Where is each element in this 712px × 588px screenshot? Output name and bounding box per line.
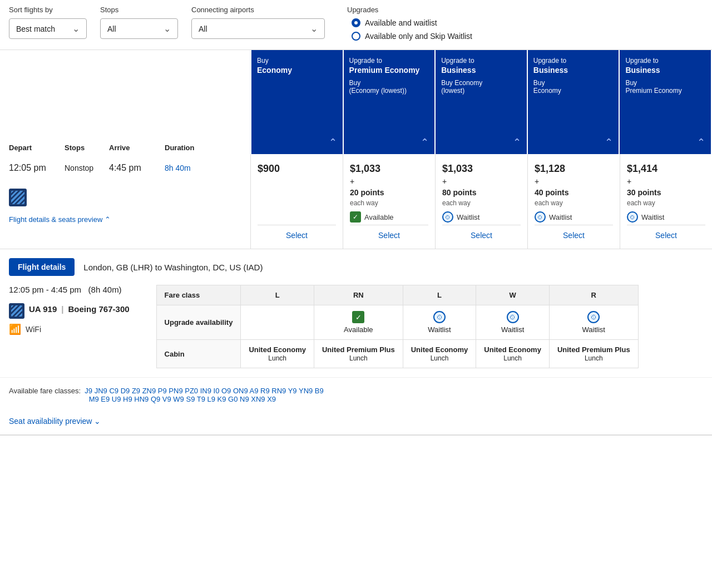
price-plus-1: + bbox=[350, 177, 428, 186]
price-cell-0: $900 Select bbox=[250, 154, 343, 249]
flight-details-tab-row: Flight details London, GB (LHR) to Washi… bbox=[0, 249, 712, 285]
col-header-4-top: Upgrade to bbox=[625, 57, 705, 65]
select-btn-1[interactable]: Select bbox=[350, 225, 428, 240]
cabin-col1: United Premium Plus Lunch bbox=[314, 340, 403, 368]
upgrade-option-1[interactable]: Available only and Skip Waitlist bbox=[352, 32, 472, 41]
fare-codes-row2: M9 E9 U9 H9 HN9 Q9 V9 W9 S9 T9 L9 K9 G0 … bbox=[89, 395, 276, 403]
sort-filter-group: Sort flights by Best match ⌄ bbox=[9, 6, 87, 39]
flight-left-info: 12:05 pm Nonstop 4:45 pm 8h 40m Flight d… bbox=[0, 154, 250, 249]
duration-header: Duration bbox=[165, 144, 220, 152]
airports-select[interactable]: All ⌄ bbox=[191, 18, 325, 39]
sort-chevron-icon: ⌄ bbox=[72, 23, 80, 34]
aircraft-type: Boeing 767-300 bbox=[68, 304, 130, 314]
filters-bar: Sort flights by Best match ⌄ Stops All ⌄… bbox=[0, 0, 712, 50]
col-header-4-dropdown[interactable]: ⌃ bbox=[625, 136, 705, 149]
stops-chevron-icon: ⌄ bbox=[164, 23, 171, 34]
flight-route: London, GB (LHR) to Washington, DC, US (… bbox=[83, 263, 263, 272]
price-points-3: 40 points bbox=[535, 188, 613, 197]
status-text-4: Waitlist bbox=[641, 213, 664, 221]
select-btn-2[interactable]: Select bbox=[442, 225, 521, 240]
col-header-1: Upgrade to Premium Economy Buy(Economy (… bbox=[344, 50, 436, 154]
price-amount-0: $900 bbox=[258, 163, 336, 175]
upgrade-avail-col0 bbox=[241, 305, 314, 340]
stops-value-display: Nonstop bbox=[65, 164, 109, 172]
stops-select[interactable]: All ⌄ bbox=[100, 18, 178, 39]
col-header-3-dropdown[interactable]: ⌃ bbox=[533, 136, 614, 149]
price-amount-1: $1,033 bbox=[350, 163, 428, 175]
chevron-down-icon: ⌄ bbox=[94, 417, 101, 426]
main-table-area: Depart Stops Arrive Duration Buy Economy… bbox=[0, 50, 712, 436]
radio-circle-0 bbox=[352, 18, 360, 27]
col-header-1-main: Premium Economy bbox=[349, 66, 429, 75]
available-fares-label: Available fare classes: bbox=[9, 387, 81, 395]
sort-select[interactable]: Best match ⌄ bbox=[9, 18, 87, 39]
stops-value: All bbox=[107, 24, 116, 33]
price-plus-4: + bbox=[627, 177, 705, 186]
duration-value: 8h 40m bbox=[165, 164, 220, 172]
arrive-header: Arrive bbox=[109, 144, 165, 152]
flight-row: 12:05 pm Nonstop 4:45 pm 8h 40m Flight d… bbox=[0, 154, 712, 249]
upgrade-avail-label: Upgrade availability bbox=[156, 305, 241, 340]
price-column-headers: Buy Economy ⌃ Upgrade to Premium Economy… bbox=[250, 50, 712, 154]
flight-number-row: UA 919 | Boeing 767-300 bbox=[9, 299, 130, 319]
airports-label: Connecting airports bbox=[191, 6, 325, 14]
upgrade-option-0[interactable]: Available and waitlist bbox=[352, 18, 472, 27]
col-header-3: Upgrade to Business BuyEconomy ⌃ bbox=[528, 50, 620, 154]
upgrade-avail-col2: ⏲ Waitlist bbox=[403, 305, 476, 340]
upgrades-label: Upgrades bbox=[347, 6, 472, 14]
upgrade-option-label-0: Available and waitlist bbox=[365, 18, 437, 27]
col-header-2-top: Upgrade to bbox=[441, 57, 521, 65]
upgrades-filter-group: Upgrades Available and waitlist Availabl… bbox=[347, 6, 472, 41]
airports-chevron-icon: ⌄ bbox=[310, 23, 318, 34]
radio-circle-1 bbox=[352, 32, 360, 41]
status-row-1: ✓ Available bbox=[350, 211, 428, 223]
col-header-3-main: Business bbox=[533, 66, 614, 75]
waitlist-badge-2: ⏲ bbox=[442, 211, 453, 223]
price-amount-2: $1,033 bbox=[442, 163, 521, 175]
col-header-0-dropdown[interactable]: ⌃ bbox=[257, 136, 337, 149]
col-header-2-sub: Buy Economy(lowest) bbox=[441, 79, 521, 95]
select-btn-3[interactable]: Select bbox=[535, 225, 613, 240]
table-header-area: Depart Stops Arrive Duration Buy Economy… bbox=[0, 50, 712, 154]
airports-filter-group: Connecting airports All ⌄ bbox=[191, 6, 325, 39]
airports-value: All bbox=[199, 24, 207, 33]
price-cell-3: $1,128 + 40 points each way ⏲ Waitlist S… bbox=[527, 154, 620, 249]
flight-details-link[interactable]: Flight details & seats preview ⌃ bbox=[9, 215, 241, 224]
sort-value: Best match bbox=[16, 24, 55, 33]
col-header-1-dropdown[interactable]: ⌃ bbox=[349, 136, 429, 149]
status-text-2: Waitlist bbox=[457, 213, 479, 221]
seat-preview-text: Seat availability preview bbox=[9, 417, 92, 426]
upgrade-avail-col4: ⏲ Waitlist bbox=[549, 305, 638, 340]
col-header-0-top: Buy bbox=[257, 57, 337, 65]
flight-data: 12:05 pm Nonstop 4:45 pm 8h 40m bbox=[9, 163, 241, 173]
price-cell-2: $1,033 + 80 points each way ⏲ Waitlist S… bbox=[435, 154, 527, 249]
status-row-3: ⏲ Waitlist bbox=[535, 211, 613, 223]
stops-label: Stops bbox=[100, 6, 178, 14]
flight-details-tab[interactable]: Flight details bbox=[9, 258, 75, 276]
bottom-divider bbox=[0, 434, 712, 436]
col-header-1-sub: Buy(Economy (lowest)) bbox=[349, 79, 429, 95]
col-header-2-dropdown[interactable]: ⌃ bbox=[441, 136, 521, 149]
seat-preview-link[interactable]: Seat availability preview ⌄ bbox=[0, 408, 712, 434]
flight-link-text: Flight details & seats preview bbox=[9, 215, 102, 224]
select-btn-4[interactable]: Select bbox=[627, 225, 705, 240]
airline-logo bbox=[9, 184, 241, 206]
cabin-col0: United Economy Lunch bbox=[241, 340, 314, 368]
select-btn-0[interactable]: Select bbox=[258, 225, 336, 240]
fare-header-row: Fare class L RN L W R bbox=[156, 285, 638, 305]
fare-table: Fare class L RN L W R Upgrade availabili… bbox=[156, 285, 639, 368]
price-each-way-4: each way bbox=[627, 199, 705, 207]
col-header-4-sub: BuyPremium Economy bbox=[625, 79, 705, 95]
col-header-2-main: Business bbox=[441, 66, 521, 75]
waitlist-badge-3: ⏲ bbox=[535, 211, 546, 223]
cabin-col2: United Economy Lunch bbox=[403, 340, 476, 368]
wait-badge-col2: ⏲ bbox=[433, 311, 446, 323]
col-header-3-sub: BuyEconomy bbox=[533, 79, 614, 95]
wait-badge-col3: ⏲ bbox=[507, 311, 519, 323]
wifi-label: WiFi bbox=[26, 325, 41, 334]
price-amount-3: $1,128 bbox=[535, 163, 613, 175]
waitlist-badge-4: ⏲ bbox=[627, 211, 638, 223]
flight-details-section: Flight details London, GB (LHR) to Washi… bbox=[0, 249, 712, 436]
depart-header: Depart bbox=[9, 144, 65, 152]
col-header-3-top: Upgrade to bbox=[533, 57, 614, 65]
